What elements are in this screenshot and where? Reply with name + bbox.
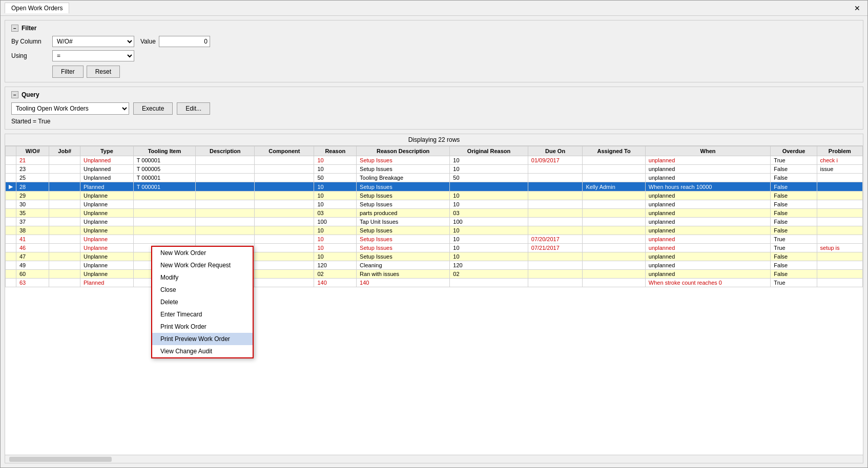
table-row[interactable]: ▶28PlannedT 00000110Setup IssuesKelly Ad… xyxy=(6,182,863,192)
orig-reason-cell: 10 xyxy=(450,192,528,200)
problem-cell xyxy=(817,182,862,192)
context-menu-item[interactable]: New Work Order Request xyxy=(152,259,253,271)
filter-collapse-btn[interactable]: − xyxy=(11,25,18,32)
when-cell: unplanned xyxy=(645,209,770,218)
context-menu-item[interactable]: Close xyxy=(152,284,253,296)
table-row[interactable]: 38Unplanne10Setup Issues10unplannedFalse xyxy=(6,226,863,235)
edit-button[interactable]: Edit... xyxy=(177,102,210,115)
table-row[interactable]: 25UnplannedT 00000150Tooling Breakage50u… xyxy=(6,174,863,182)
reason-desc-cell: Setup Issues xyxy=(357,226,450,235)
overdue-cell: False xyxy=(771,165,817,174)
col-due-on[interactable]: Due On xyxy=(528,146,583,156)
col-comp[interactable]: Component xyxy=(255,146,314,156)
filter-button[interactable]: Filter xyxy=(52,66,84,78)
context-menu-item[interactable]: Modify xyxy=(152,271,253,284)
assigned-cell xyxy=(583,174,645,182)
when-cell: unplanned xyxy=(645,192,770,200)
col-assigned[interactable]: Assigned To xyxy=(583,146,645,156)
table-row[interactable]: 47Unplanne10Setup Issues10unplannedFalse xyxy=(6,252,863,261)
problem-cell: issue xyxy=(817,165,862,174)
table-row[interactable]: 29Unplanne10Setup Issues10unplannedFalse xyxy=(6,192,863,200)
job-cell xyxy=(49,182,80,192)
wo-cell: 47 xyxy=(16,252,49,261)
desc-cell xyxy=(196,182,255,192)
query-section: − Query Tooling Open Work Orders Execute… xyxy=(5,87,863,130)
assigned-cell xyxy=(583,192,645,200)
when-cell: unplanned xyxy=(645,261,770,270)
desc-cell xyxy=(196,156,255,165)
job-cell xyxy=(49,270,80,279)
job-cell xyxy=(49,279,80,287)
context-menu-item[interactable]: Print Preview Work Order xyxy=(152,333,253,345)
reason-desc-cell: Setup Issues xyxy=(357,252,450,261)
when-cell: unplanned xyxy=(645,244,770,252)
overdue-cell: True xyxy=(771,279,817,287)
context-menu-item[interactable]: Delete xyxy=(152,296,253,308)
col-reason[interactable]: Reason xyxy=(314,146,357,156)
col-orig-reason[interactable]: Original Reason xyxy=(450,146,528,156)
when-cell: unplanned xyxy=(645,174,770,182)
reason-desc-cell: Setup Issues xyxy=(357,156,450,165)
reset-button[interactable]: Reset xyxy=(87,66,120,78)
row-indicator-cell: ▶ xyxy=(6,182,16,192)
query-collapse-btn[interactable]: − xyxy=(11,91,18,98)
context-menu-item[interactable]: View Change Audit xyxy=(152,345,253,357)
reason-desc-cell: Setup Issues xyxy=(357,244,450,252)
col-problem[interactable]: Problem xyxy=(817,146,862,156)
using-label: Using xyxy=(11,52,52,59)
overdue-cell: False xyxy=(771,252,817,261)
col-indicator xyxy=(6,146,16,156)
by-column-select[interactable]: W/O#Job#TypeTooling ItemDescriptionCompo… xyxy=(52,36,134,47)
type-cell: Unplanned xyxy=(80,174,134,182)
horizontal-scrollbar[interactable] xyxy=(5,455,863,463)
table-row[interactable]: 37Unplanne100Tap Unit Issues100unplanned… xyxy=(6,218,863,226)
col-tooling[interactable]: Tooling Item xyxy=(133,146,196,156)
table-row[interactable]: 41Unplanne10Setup Issues1007/20/2017unpl… xyxy=(6,235,863,244)
col-desc[interactable]: Description xyxy=(196,146,255,156)
col-when[interactable]: When xyxy=(645,146,770,156)
reason-desc-cell: Tap Unit Issues xyxy=(357,218,450,226)
reason-cell: 10 xyxy=(314,200,357,209)
context-menu: New Work OrderNew Work Order RequestModi… xyxy=(151,246,254,358)
table-row[interactable]: 63Planned140140When stroke count reaches… xyxy=(6,279,863,287)
tooling-cell: T 000001 xyxy=(133,174,196,182)
table-row[interactable]: 21UnplannedT 00000110Setup Issues1001/09… xyxy=(6,156,863,165)
tab-open-work-orders[interactable]: Open Work Orders xyxy=(5,3,69,13)
table-row[interactable]: 35Unplanne03parts produced03unplannedFal… xyxy=(6,209,863,218)
table-row[interactable]: 49Unplanne120Cleaning120unplannedFalse xyxy=(6,261,863,270)
comp-cell xyxy=(255,156,314,165)
reason-cell: 120 xyxy=(314,261,357,270)
close-button[interactable]: ✕ xyxy=(851,4,863,12)
table-row[interactable]: 23UnplannedT 00000510Setup Issues10unpla… xyxy=(6,165,863,174)
tooling-cell xyxy=(133,200,196,209)
col-job[interactable]: Job# xyxy=(49,146,80,156)
assigned-cell xyxy=(583,165,645,174)
query-select[interactable]: Tooling Open Work Orders xyxy=(11,102,129,115)
orig-reason-cell: 10 xyxy=(450,156,528,165)
filter-section: − Filter By Column W/O#Job#TypeTooling I… xyxy=(5,20,863,82)
context-menu-item[interactable]: Print Work Order xyxy=(152,321,253,333)
filter-title: Filter xyxy=(22,25,36,32)
table-row[interactable]: 30Unplanne10Setup Issues10unplannedFalse xyxy=(6,200,863,209)
col-wo[interactable]: W/O# xyxy=(16,146,49,156)
value-input[interactable] xyxy=(159,36,210,47)
comp-cell xyxy=(255,244,314,252)
table-row[interactable]: 46Unplanne10Setup Issues1007/21/2017unpl… xyxy=(6,244,863,252)
reason-desc-cell: Setup Issues xyxy=(357,200,450,209)
reason-desc-cell: 140 xyxy=(357,279,450,287)
col-reason-desc[interactable]: Reason Description xyxy=(357,146,450,156)
when-cell: unplanned xyxy=(645,218,770,226)
orig-reason-cell: 10 xyxy=(450,244,528,252)
problem-cell xyxy=(817,226,862,235)
execute-button[interactable]: Execute xyxy=(133,102,173,115)
row-indicator-cell xyxy=(6,261,16,270)
wo-cell: 37 xyxy=(16,218,49,226)
context-menu-item[interactable]: New Work Order xyxy=(152,247,253,259)
table-row[interactable]: 60Unplanne02Ran with issues02unplannedFa… xyxy=(6,270,863,279)
col-overdue[interactable]: Overdue xyxy=(771,146,817,156)
assigned-cell xyxy=(583,226,645,235)
using-select[interactable]: =<><=>=<> xyxy=(52,50,134,61)
context-menu-item[interactable]: Enter Timecard xyxy=(152,308,253,321)
col-type[interactable]: Type xyxy=(80,146,134,156)
table-wrapper[interactable]: W/O# Job# Type Tooling Item Description … xyxy=(5,146,863,455)
